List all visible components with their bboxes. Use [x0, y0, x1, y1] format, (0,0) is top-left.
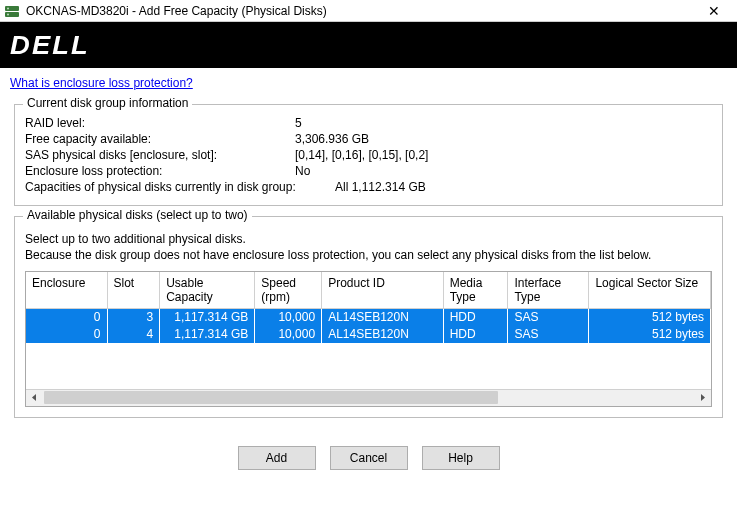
cell-media: HDD: [443, 309, 508, 326]
info-value: 5: [295, 115, 302, 131]
info-label: SAS physical disks [enclosure, slot]:: [25, 147, 295, 163]
current-disk-group-info: Current disk group information RAID leve…: [14, 104, 723, 206]
dialog-content: What is enclosure loss protection? Curre…: [0, 68, 737, 488]
help-button[interactable]: Help: [422, 446, 500, 470]
app-icon: [4, 3, 20, 19]
info-label: Capacities of physical disks currently i…: [25, 179, 335, 195]
table-row[interactable]: 0 3 1,117.314 GB 10,000 AL14SEB120N HDD …: [26, 309, 711, 326]
instruction-line-2: Because the disk group does not have enc…: [25, 248, 651, 262]
cell-product: AL14SEB120N: [322, 309, 444, 326]
table-row[interactable]: 0 4 1,117.314 GB 10,000 AL14SEB120N HDD …: [26, 326, 711, 343]
window-title: OKCNAS-MD3820i - Add Free Capacity (Phys…: [26, 4, 697, 18]
scroll-thumb[interactable]: [44, 391, 498, 404]
scroll-left-icon[interactable]: [26, 389, 43, 406]
info-row-sas-disks: SAS physical disks [enclosure, slot]: [0…: [25, 147, 712, 163]
col-enclosure[interactable]: Enclosure: [26, 272, 107, 309]
info-row-enclosure-loss: Enclosure loss protection: No: [25, 163, 712, 179]
scroll-right-icon[interactable]: [694, 389, 711, 406]
table-empty-space: [26, 343, 711, 389]
available-legend: Available physical disks (select up to t…: [23, 208, 252, 222]
info-value: No: [295, 163, 310, 179]
cell-enclosure: 0: [26, 309, 107, 326]
info-value: 3,306.936 GB: [295, 131, 369, 147]
col-sector-size[interactable]: Logical Sector Size: [589, 272, 711, 309]
cell-iface: SAS: [508, 309, 589, 326]
col-slot[interactable]: Slot: [107, 272, 160, 309]
col-speed[interactable]: Speed (rpm): [255, 272, 322, 309]
cell-sector: 512 bytes: [589, 326, 711, 343]
cell-capacity: 1,117.314 GB: [160, 309, 255, 326]
cell-media: HDD: [443, 326, 508, 343]
info-value: All 1,112.314 GB: [335, 179, 426, 195]
col-media-type[interactable]: Media Type: [443, 272, 508, 309]
brand-bar: DELL: [0, 22, 737, 68]
add-button[interactable]: Add: [238, 446, 316, 470]
instructions: Select up to two additional physical dis…: [25, 231, 712, 263]
col-capacity[interactable]: Usable Capacity: [160, 272, 255, 309]
col-iface-type[interactable]: Interface Type: [508, 272, 589, 309]
cell-slot: 3: [107, 309, 160, 326]
info-legend: Current disk group information: [23, 96, 192, 110]
info-row-free-capacity: Free capacity available: 3,306.936 GB: [25, 131, 712, 147]
horizontal-scrollbar[interactable]: [26, 389, 711, 406]
cell-iface: SAS: [508, 326, 589, 343]
cell-slot: 4: [107, 326, 160, 343]
cell-speed: 10,000: [255, 326, 322, 343]
info-label: Free capacity available:: [25, 131, 295, 147]
col-product-id[interactable]: Product ID: [322, 272, 444, 309]
disks-table[interactable]: Enclosure Slot Usable Capacity Speed (rp…: [25, 271, 712, 407]
table-header-row: Enclosure Slot Usable Capacity Speed (rp…: [26, 272, 711, 309]
svg-point-3: [7, 13, 9, 15]
info-row-raid: RAID level: 5: [25, 115, 712, 131]
svg-point-2: [7, 7, 9, 9]
cell-sector: 512 bytes: [589, 309, 711, 326]
cell-capacity: 1,117.314 GB: [160, 326, 255, 343]
info-label: Enclosure loss protection:: [25, 163, 295, 179]
help-link-enclosure-loss[interactable]: What is enclosure loss protection?: [10, 76, 193, 90]
info-row-capacities: Capacities of physical disks currently i…: [25, 179, 712, 195]
cell-enclosure: 0: [26, 326, 107, 343]
title-bar: OKCNAS-MD3820i - Add Free Capacity (Phys…: [0, 0, 737, 22]
scroll-track[interactable]: [44, 390, 693, 405]
button-row: Add Cancel Help: [12, 428, 725, 476]
dell-logo: DELL: [10, 30, 90, 61]
info-value: [0,14], [0,16], [0,15], [0,2]: [295, 147, 428, 163]
cell-product: AL14SEB120N: [322, 326, 444, 343]
instruction-line-1: Select up to two additional physical dis…: [25, 232, 246, 246]
available-disks-group: Available physical disks (select up to t…: [14, 216, 723, 418]
info-label: RAID level:: [25, 115, 295, 131]
close-button[interactable]: ✕: [697, 4, 731, 18]
cell-speed: 10,000: [255, 309, 322, 326]
cancel-button[interactable]: Cancel: [330, 446, 408, 470]
